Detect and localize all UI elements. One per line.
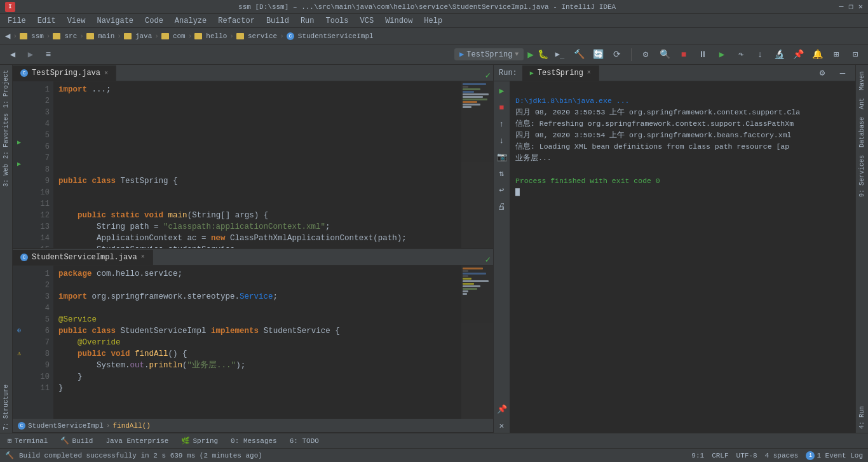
run-header-settings[interactable]: ⚙ [815,65,830,81]
toolbar-forward-btn[interactable]: ▶ [23,47,38,62]
close-button[interactable]: ✕ [858,2,863,11]
bottom-breadcrumb-method[interactable]: findAll() [112,422,150,430]
toolbar-sync-btn[interactable]: 🔄 [590,47,606,62]
run-stop-btn[interactable]: ■ [495,100,509,114]
run-panel: Run: ▶ TestSpring × ⚙ — ▶ ■ ↑ ↓ 📷 ⇅ ↩ 🖨 … [493,65,855,433]
breadcrumb-service[interactable]: service [236,32,277,40]
run-tab-testspring[interactable]: ▶ TestSpring × [522,65,599,81]
gutter-8[interactable]: ▶ [13,159,25,170]
run-config-dropdown-icon[interactable]: ▼ [515,51,519,58]
menu-help[interactable]: Help [419,15,447,27]
run-with-coverage-btn[interactable]: ▶̲ [552,47,567,62]
gutter-1 [13,84,25,95]
vtab-maven[interactable]: Maven [858,67,865,94]
bottom-tab-messages[interactable]: 0: Messages [228,437,280,445]
menu-vcs[interactable]: VCS [355,15,379,27]
tab-studentserviceimpl-close[interactable]: × [141,254,145,261]
run-button[interactable]: ▶ [527,48,534,61]
menu-view[interactable]: View [62,15,91,27]
run-header-minimize[interactable]: — [835,65,850,81]
toolbar-notifications-btn[interactable]: 🔔 [810,47,825,62]
sidebar-project-tab[interactable]: 1: Project [1,67,11,111]
run-config-name: TestSpring [466,50,512,59]
run-print-btn[interactable]: 🖨 [495,200,509,214]
breadcrumb-file[interactable]: C StudentServiceImpl [287,32,374,40]
run-wrap-btn[interactable]: ↩ [495,183,509,197]
menu-file[interactable]: File [3,15,31,27]
status-charset[interactable]: UTF-8 [736,452,757,459]
toolbar-inspect-btn[interactable]: 🔬 [771,47,787,62]
tab-testspring[interactable]: C TestSpring.java × [13,65,116,81]
bottom-tab-bar: C StudentServiceImpl.java × ✓ [13,249,493,266]
toolbar-pause-btn[interactable]: ⏸ [695,47,710,62]
bottom-tab-build[interactable]: 🔨 Build [58,437,95,445]
bottom-line-numbers: 12345 678910 11 [25,266,53,419]
menu-code[interactable]: Code [140,15,168,27]
tab-testspring-close[interactable]: × [104,70,108,77]
vtab-run[interactable]: 4: Run [858,402,865,433]
debug-button[interactable]: 🐛 [538,49,548,60]
tab-studentserviceimpl[interactable]: C StudentServiceImpl.java × [13,250,153,265]
toolbar-resume-btn[interactable]: ▶ [714,47,729,62]
minimize-button[interactable]: — [839,3,843,11]
sidebar-structure-tab[interactable]: 7: Structure [1,382,11,433]
folder-icon [236,33,244,39]
breadcrumb-main[interactable]: main [86,32,114,40]
breadcrumb-ssm[interactable]: ssm [20,32,44,40]
top-code-area[interactable]: import ...; public class TestSpring { pu… [53,81,461,248]
run-sort-btn[interactable]: ⇅ [495,166,509,180]
run-close-btn[interactable]: ✕ [495,419,509,433]
toolbar-expand-btn[interactable]: ⊞ [829,47,844,62]
breadcrumb-com[interactable]: com [161,32,186,40]
bottom-tab-terminal[interactable]: ⊞ Terminal [5,437,50,445]
toolbar-search-btn[interactable]: 🔍 [657,47,672,62]
status-crlf[interactable]: CRLF [712,452,728,459]
bottom-tab-java-enterprise[interactable]: Java Enterprise [103,437,171,445]
toolbar-restore-btn[interactable]: ⊡ [848,47,863,62]
status-position[interactable]: 9:1 [691,452,704,459]
toolbar-reload-btn[interactable]: ⟳ [609,47,625,62]
bottom-tab-todo[interactable]: 6: TODO [287,437,322,445]
run-pin-btn[interactable]: 📌 [495,402,509,416]
sidebar-web-tab[interactable]: 3: Web [1,161,11,189]
menu-run[interactable]: Run [295,15,320,27]
menu-tools[interactable]: Tools [321,15,354,27]
toolbar-build-btn[interactable]: 🔨 [571,47,587,62]
maximize-button[interactable]: ❐ [849,2,853,11]
menu-edit[interactable]: Edit [32,15,61,27]
vtab-ant[interactable]: Ant [858,94,865,113]
toolbar-settings-btn[interactable]: ⚙ [638,47,653,62]
toolbar-pin-btn[interactable]: 📌 [790,47,806,62]
bottom-tab-spring[interactable]: 🌿 Spring [179,437,220,445]
menu-window[interactable]: Window [380,15,417,27]
gutter-6[interactable]: ▶ [13,137,25,149]
bottom-code-area[interactable]: package com.hello.service; import org.sp… [53,266,461,419]
gutter-b6[interactable]: ⊕ [13,325,25,337]
toolbar-recent-btn[interactable]: ≡ [41,47,56,62]
toolbar-step-over-btn[interactable]: ↷ [733,47,749,62]
menu-refactor[interactable]: Refactor [213,15,260,27]
vtab-services[interactable]: 9: Services [858,151,865,201]
nav-back-icon[interactable]: ◀ [5,31,10,41]
title-bar-controls[interactable]: — ❐ ✕ [839,2,863,11]
breadcrumb-src[interactable]: src [53,32,77,40]
toolbar-run-stop-btn[interactable]: ■ [676,47,691,62]
menu-analyze[interactable]: Analyze [170,15,212,27]
run-config-selector[interactable]: ▶ TestSpring ▼ [454,48,524,60]
run-scroll-up-btn[interactable]: ↑ [495,117,509,131]
run-screenshot-btn[interactable]: 📷 [495,150,509,164]
toolbar-step-into-btn[interactable]: ↓ [752,47,768,62]
run-rerun-btn[interactable]: ▶ [495,84,509,98]
status-notification[interactable]: 1 1 Event Log [806,451,863,460]
bottom-breadcrumb-class[interactable]: StudentServiceImpl [28,422,104,430]
breadcrumb-hello[interactable]: hello [194,32,227,40]
toolbar-back-btn[interactable]: ◀ [5,47,20,62]
run-scroll-down-btn[interactable]: ↓ [495,133,509,147]
menu-navigate[interactable]: Navigate [92,15,139,27]
vtab-database[interactable]: Database [858,113,865,151]
run-tab-close[interactable]: × [587,69,591,76]
breadcrumb-java[interactable]: java [124,32,152,40]
status-indent[interactable]: 4 spaces [765,452,799,459]
sidebar-favorites-tab[interactable]: 2: Favorites [1,111,11,161]
menu-build[interactable]: Build [261,15,294,27]
